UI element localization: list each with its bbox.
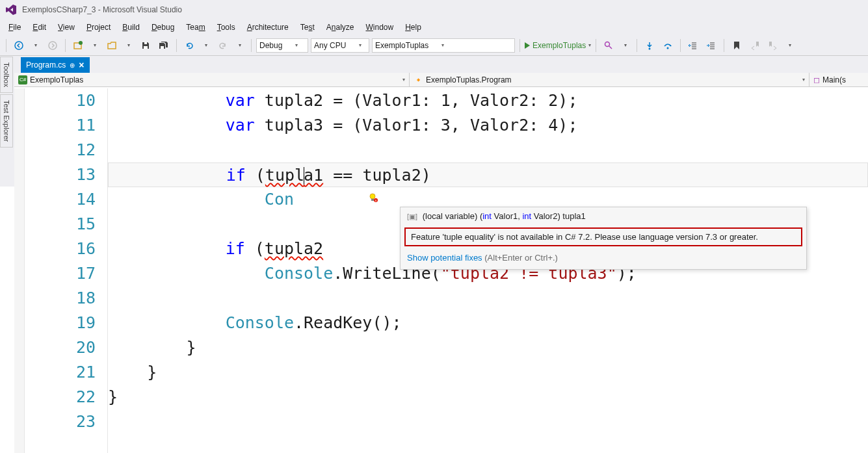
menu-analyze[interactable]: Analyze (321, 21, 360, 34)
toolbar: ▾ ▾ ▾ ▾ ▾ Debug▾ Any CPU▾ ExemploTuplas▾… (0, 35, 868, 56)
svg-text:x: x (375, 198, 376, 202)
class-icon: 🔸 (414, 75, 423, 84)
menu-build[interactable]: Build (116, 21, 146, 34)
platform-combo[interactable]: Any CPU▾ (311, 38, 369, 53)
indent-button[interactable] (704, 38, 719, 53)
menu-tools[interactable]: Tools (211, 21, 241, 34)
line-number: 14 (25, 187, 96, 212)
nav-fwd-button[interactable] (45, 38, 60, 53)
tab-label: Program.cs (26, 60, 66, 70)
code-line[interactable]: } (108, 335, 868, 360)
lightbulb-icon[interactable]: x (368, 192, 378, 203)
method-icon: ◻ (813, 75, 820, 84)
line-number: 21 (25, 360, 96, 385)
line-number: 23 (25, 409, 96, 434)
side-tool-tabs: Toolbox Test Explorer (0, 57, 14, 187)
variable-icon: [▣] (407, 213, 417, 220)
nav-project-combo[interactable]: C# ExemploTuplas ▾ (14, 73, 410, 86)
menu-view[interactable]: View (52, 21, 81, 34)
code-line[interactable]: var tupla2 = (Valor1: 1, Valor2: 2); (108, 88, 868, 113)
toolbar-divider (519, 39, 520, 52)
code-navbar: C# ExemploTuplas ▾ 🔸 ExemploTuplas.Progr… (0, 73, 868, 87)
bookmark-dropdown[interactable]: ▾ (783, 38, 796, 53)
svg-line-8 (609, 46, 612, 49)
save-button[interactable] (138, 38, 153, 53)
bookmark-button[interactable] (729, 38, 744, 53)
toolbar-divider (724, 39, 724, 52)
document-tabs: Program.cs ⊕ × (0, 56, 868, 73)
bookmark-next-button[interactable] (765, 38, 781, 53)
menu-project[interactable]: Project (81, 21, 116, 34)
csharp-icon: C# (18, 75, 27, 84)
code-line[interactable]: } (108, 385, 868, 409)
svg-point-3 (79, 41, 83, 45)
svg-rect-4 (144, 46, 148, 49)
svg-point-10 (667, 47, 669, 49)
toolbar-divider (680, 39, 681, 52)
menu-help[interactable]: Help (399, 21, 427, 34)
menu-debug[interactable]: Debug (146, 21, 180, 34)
outdent-button[interactable] (685, 38, 701, 53)
toolbox-tab[interactable]: Toolbox (0, 57, 13, 93)
svg-rect-5 (144, 42, 147, 44)
nav-member-combo[interactable]: ◻ Main(s (809, 73, 868, 86)
menu-edit[interactable]: Edit (27, 21, 52, 34)
svg-rect-6 (161, 46, 164, 49)
line-number: 16 (25, 237, 96, 261)
open-file-button[interactable] (104, 38, 120, 53)
code-line-current[interactable]: if (tupla1 == tupla2) (108, 162, 868, 187)
find-button[interactable] (601, 38, 616, 53)
start-button[interactable]: ExemploTuplas ▾ (525, 41, 591, 50)
test-explorer-tab[interactable]: Test Explorer (0, 94, 13, 148)
close-icon[interactable]: × (79, 60, 84, 70)
redo-dropdown[interactable]: ▾ (233, 38, 246, 53)
tab-program-cs[interactable]: Program.cs ⊕ × (21, 57, 90, 73)
step-into-button[interactable] (642, 38, 657, 53)
code-line[interactable]: } (108, 360, 868, 385)
error-tooltip: [▣] (local variable) (int Valor1, int Va… (400, 207, 807, 270)
code-line[interactable] (108, 138, 868, 162)
config-combo[interactable]: Debug▾ (256, 38, 308, 53)
code-area[interactable]: var tupla2 = (Valor1: 1, Valor2: 2); var… (108, 88, 868, 453)
line-number: 18 (25, 286, 96, 311)
menu-test[interactable]: Test (295, 21, 321, 34)
new-project-button[interactable] (70, 38, 86, 53)
menu-window[interactable]: Window (360, 21, 399, 34)
undo-button[interactable] (181, 38, 197, 53)
find-dropdown[interactable]: ▾ (619, 38, 632, 53)
code-line[interactable]: Console.ReadKey(); (108, 311, 868, 335)
toolbar-divider (596, 39, 596, 52)
code-line[interactable] (108, 409, 868, 434)
toolbar-divider (176, 39, 177, 52)
open-file-dropdown[interactable]: ▾ (122, 38, 135, 53)
menu-team[interactable]: Team (180, 21, 211, 34)
pin-icon[interactable]: ⊕ (70, 62, 75, 69)
startup-label: ExemploTuplas (533, 41, 586, 50)
show-fixes-link[interactable]: Show potential fixes (407, 253, 482, 263)
redo-button[interactable] (215, 38, 231, 53)
new-project-dropdown[interactable]: ▾ (88, 38, 101, 53)
undo-dropdown[interactable]: ▾ (200, 38, 213, 53)
step-over-button[interactable] (660, 38, 676, 53)
save-all-button[interactable] (156, 38, 172, 53)
menu-file[interactable]: File (3, 21, 27, 34)
nav-class-combo[interactable]: 🔸 ExemploTuplas.Program ▾ (410, 73, 809, 86)
title-bar: ExemplosCSharp7_3 - Microsoft Visual Stu… (0, 0, 868, 19)
svg-rect-20 (371, 199, 374, 201)
scroll-margin (14, 88, 25, 453)
svg-point-9 (649, 47, 651, 49)
project-combo[interactable]: ExemploTuplas▾ (372, 38, 515, 53)
line-number: 17 (25, 261, 96, 286)
code-editor[interactable]: 10 11 12 13 14 15 16 17 18 19 20 21 22 2… (14, 88, 868, 453)
line-number: 13 (25, 162, 96, 187)
nav-back-dropdown[interactable]: ▾ (29, 38, 42, 53)
code-line[interactable] (108, 286, 868, 311)
fix-hint: (Alt+Enter or Ctrl+.) (482, 253, 558, 263)
code-line[interactable]: var tupla3 = (Valor1: 3, Valor2: 4); (108, 113, 868, 138)
nav-back-button[interactable] (11, 38, 27, 53)
line-number: 10 (25, 88, 96, 113)
bookmark-prev-button[interactable] (747, 38, 763, 53)
svg-point-1 (49, 42, 57, 49)
menu-architecture[interactable]: Architecture (241, 21, 295, 34)
svg-point-7 (605, 42, 610, 46)
